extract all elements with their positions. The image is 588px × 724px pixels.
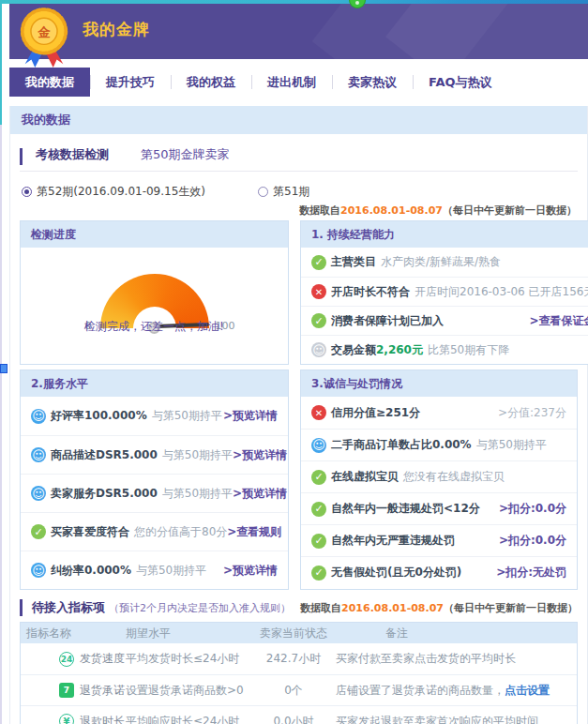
smiley-icon bbox=[31, 409, 46, 424]
tab-faq[interactable]: FAQ与热议 bbox=[413, 68, 508, 97]
expected-level: 平均发货时长≤24小时 bbox=[126, 651, 257, 667]
remark: 店铺设置了退货承诺的商品数量， bbox=[336, 684, 505, 697]
metric-row: 在线虚拟宝贝 您没有在线虚拟宝贝 bbox=[301, 460, 577, 492]
metric-label: 好评率100.000% bbox=[51, 408, 147, 424]
panel-progress-title: 检测进度 bbox=[21, 221, 288, 248]
metric-row: 买家喜爱度符合 您的分值高于80分 >查看规则 bbox=[21, 512, 288, 551]
view-deposit-link[interactable]: >查看保证金 bbox=[529, 313, 588, 329]
check-icon bbox=[311, 534, 326, 549]
smiley-icon bbox=[31, 447, 46, 462]
refund-yuan-icon: ¥ bbox=[59, 714, 74, 724]
tab-my-benefits[interactable]: 我的权益 bbox=[171, 68, 251, 97]
metric-detail: 比第50期有下降 bbox=[428, 342, 509, 358]
col-remark: 备注 bbox=[330, 626, 577, 641]
view-rules-link[interactable]: >查看规则 bbox=[227, 524, 281, 540]
metric-label: 开店时长不符合 bbox=[331, 284, 410, 300]
purple-bar bbox=[20, 599, 23, 616]
check-icon bbox=[311, 255, 326, 270]
neutral-face-icon bbox=[311, 342, 326, 357]
metric-label: 二手商品订单数占比0.00% bbox=[331, 437, 472, 453]
metric-label: 商品描述DSR5.000 bbox=[51, 447, 158, 463]
col-current-status: 卖家当前状态 bbox=[257, 626, 330, 641]
metric-row: 卖家服务DSR5.000 与第50期持平 >预览详情 bbox=[21, 474, 288, 512]
preview-detail-link[interactable]: >预览详情 bbox=[223, 563, 278, 579]
metric-row: 无售假处罚(且无0分处罚) >扣分:无处罚 bbox=[301, 556, 577, 588]
check-icon bbox=[311, 502, 326, 517]
col-expected-level: 期望水平 bbox=[126, 626, 257, 641]
metric-label: 自然年内一般违规处罚<12分 bbox=[331, 501, 480, 517]
panel3-title: 3.诚信与处罚情况 bbox=[301, 370, 577, 397]
metric-detail: 与第50期持平 bbox=[476, 437, 547, 453]
tab-improve-skills[interactable]: 提升技巧 bbox=[90, 68, 171, 97]
table-row: 24 发货速度 平均发货时长≤24小时 242.7小时 买家付款至卖家点击发货的… bbox=[21, 643, 577, 674]
metric-detail: 与第50期持平 bbox=[152, 408, 222, 424]
preview-detail-link[interactable]: >预览详情 bbox=[223, 408, 278, 424]
left-edge-strip-lower bbox=[0, 125, 2, 724]
metric-label: 信用分值≥251分 bbox=[331, 405, 420, 421]
check-icon bbox=[311, 313, 326, 328]
panel2-title: 2.服务水平 bbox=[21, 370, 288, 397]
radio-unselected-icon bbox=[258, 187, 268, 197]
subtab-assessment-check[interactable]: 考核数据检测 bbox=[32, 146, 113, 171]
tab-entry-exit-rules[interactable]: 进出机制 bbox=[251, 68, 332, 97]
deduction-link[interactable]: >扣分:0.0分 bbox=[499, 501, 566, 517]
pending-subtitle: （预计2个月内决定是否加入准入规则） bbox=[109, 601, 291, 615]
purple-bar bbox=[20, 148, 23, 165]
score-note: >分值:237分 bbox=[498, 405, 566, 421]
remark: 买家付款至卖家点击发货的平均时长 bbox=[330, 651, 577, 667]
radio-period-52[interactable]: 第52期(2016.09.01-09.15生效) bbox=[22, 184, 205, 200]
section-title: 我的数据 bbox=[10, 106, 587, 134]
metric-row: 好评率100.000% 与第50期持平 >预览详情 bbox=[21, 397, 288, 435]
pending-indicators-table: 指标名称 期望水平 卖家当前状态 备注 24 发货速度 平均发货时长≤24小时 … bbox=[20, 622, 578, 724]
left-edge-strip bbox=[0, 0, 2, 125]
gauge-caption: 检测完成，还差一点，加油! bbox=[21, 319, 288, 335]
metric-row: 二手商品订单数占比0.00% 与第50期持平 bbox=[301, 429, 577, 460]
page-banner: 我的金牌 bbox=[9, 4, 588, 59]
metric-label: 自然年内无严重违规处罚 bbox=[331, 533, 455, 549]
radio-label: 第51期 bbox=[273, 184, 309, 200]
radio-label: 第52期(2016.09.01-09.15生效) bbox=[37, 184, 205, 200]
metric-row: 商品描述DSR5.000 与第50期持平 >预览详情 bbox=[21, 435, 288, 474]
check-icon bbox=[311, 470, 326, 485]
data-note-range: 2016.08.01-08.07 bbox=[340, 204, 443, 217]
metric-detail: 与第50期持平 bbox=[162, 486, 233, 502]
subtab-period50-sellers[interactable]: 第50期金牌卖家 bbox=[137, 146, 234, 171]
table-row: ¥ 退款时长 平均响应时长≤24小时 0.0小时 买家发起退款至卖家首次响应的平… bbox=[21, 705, 577, 724]
check-icon bbox=[31, 524, 46, 539]
current-status: 0.0小时 bbox=[257, 714, 330, 724]
radio-selected-icon bbox=[22, 187, 32, 197]
preview-detail-link[interactable]: >预览详情 bbox=[233, 447, 287, 463]
top-nav-tabs: 我的数据 提升技巧 我的权益 进出机制 卖家热议 FAQ与热议 bbox=[9, 68, 588, 97]
metric-detail: 水产肉类/新鲜蔬果/熟食 bbox=[381, 254, 501, 270]
click-to-set-link[interactable]: 点击设置 bbox=[505, 684, 550, 697]
metric-label: 无售假处罚(且无0分处罚) bbox=[331, 565, 461, 581]
radio-period-51[interactable]: 第51期 bbox=[258, 184, 309, 200]
deduction-link[interactable]: >扣分:无处罚 bbox=[496, 565, 566, 581]
panels-row-1: 检测进度 0 100 检测完成，还差一点，加油! 1. 持续经营能力 主营类目 … bbox=[20, 220, 578, 365]
metric-label: 消费者保障计划已加入 bbox=[331, 313, 444, 329]
metric-row: 纠纷率0.000% 与第50期持平 >预览详情 bbox=[21, 551, 288, 589]
metric-row: 交易金额 2,260元 比第50期有下降 bbox=[301, 335, 588, 364]
metric-row: 主营类目 水产肉类/新鲜蔬果/熟食 bbox=[301, 248, 588, 277]
current-status: 0个 bbox=[257, 683, 330, 699]
metric-label: 交易金额 bbox=[331, 342, 376, 358]
deduction-link[interactable]: >扣分:0.0分 bbox=[499, 533, 566, 549]
panel1-title: 1. 持续经营能力 bbox=[301, 221, 588, 248]
metric-label: 纠纷率0.000% bbox=[51, 563, 131, 579]
left-blue-marker bbox=[0, 364, 8, 373]
smiley-icon bbox=[31, 486, 46, 501]
sub-tabs: 考核数据检测 第50期金牌卖家 bbox=[20, 146, 578, 172]
tab-seller-discussion[interactable]: 卖家热议 bbox=[332, 68, 413, 97]
metric-detail: 您没有在线虚拟宝贝 bbox=[403, 469, 505, 485]
metric-row: 开店时长不符合 开店时间2016-03-06 已开店156天 bbox=[301, 277, 588, 306]
pending-indicators-header: 待接入指标项 （预计2个月内决定是否加入准入规则） 数据取自2016.08.01… bbox=[20, 599, 578, 616]
check-icon bbox=[311, 566, 326, 581]
pending-title: 待接入指标项 bbox=[32, 599, 105, 616]
metric-label: 主营类目 bbox=[331, 254, 376, 270]
preview-detail-link[interactable]: >预览详情 bbox=[233, 486, 287, 502]
smiley-icon bbox=[311, 438, 326, 453]
data-note-range: 2016.08.01-08.07 bbox=[341, 602, 444, 614]
metric-row: 信用分值≥251分 >分值:237分 bbox=[301, 397, 577, 429]
metric-value: 2,260元 bbox=[376, 342, 423, 358]
gold-medal-icon: 金 bbox=[15, 6, 73, 77]
